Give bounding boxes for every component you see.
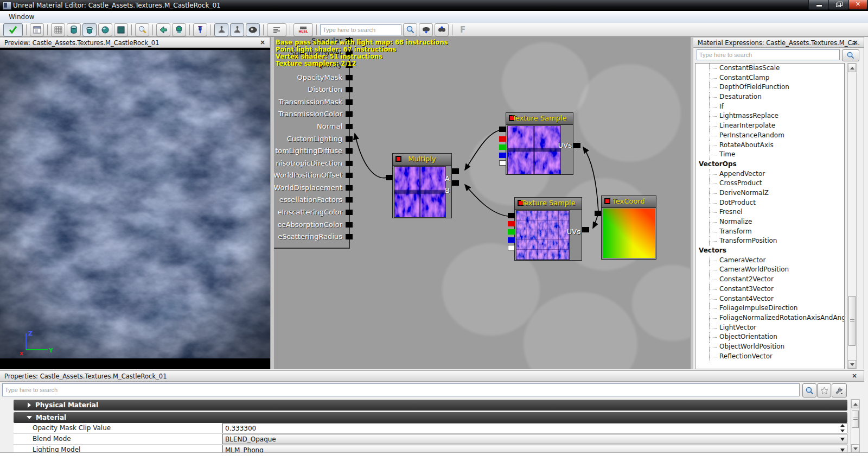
properties-scrollbar[interactable] xyxy=(851,399,860,452)
toolbar-search-input[interactable] xyxy=(320,24,401,35)
texcoord-output-pin[interactable] xyxy=(595,211,602,216)
node-texcoord[interactable]: TexCoord xyxy=(601,195,656,260)
toggle-grid-button[interactable] xyxy=(51,23,65,36)
properties-close-icon[interactable]: × xyxy=(851,372,858,380)
expressions-list[interactable]: ConstantBiasScaleConstantClampDepthOfFie… xyxy=(695,63,845,369)
texture-sample-1-g-pin[interactable] xyxy=(499,144,506,150)
properties-panel-header[interactable]: Properties: Castle_Assets.Textures.M_Cas… xyxy=(0,370,864,382)
texture-sample-1-r-pin[interactable] xyxy=(499,136,506,142)
teapot-primitive-button[interactable] xyxy=(82,23,97,36)
find-next-button[interactable] xyxy=(419,23,433,36)
expression-item[interactable]: PerInstanceRandom xyxy=(695,131,844,141)
properties-options-button[interactable] xyxy=(832,383,847,397)
node-texcoord-header[interactable]: TexCoord xyxy=(602,196,656,208)
find-previous-button[interactable] xyxy=(435,23,449,36)
expression-item[interactable]: CrossProduct xyxy=(695,179,844,188)
apply-button[interactable] xyxy=(3,23,23,36)
texture-sample-2-b-pin[interactable] xyxy=(508,237,515,243)
expression-item[interactable]: FoliageImpulseDirection xyxy=(695,304,844,313)
expression-item[interactable]: ConstantBiasScale xyxy=(695,64,844,73)
property-dropdown[interactable]: BLEND_Opaque xyxy=(222,434,847,444)
scroll-down-button[interactable] xyxy=(851,444,859,452)
texture-sample-1-b-pin[interactable] xyxy=(499,153,506,158)
expression-item[interactable]: CameraWorldPosition xyxy=(695,265,844,275)
property-dropdown[interactable]: MLM_Phong xyxy=(222,445,847,452)
multiply-output-pin[interactable] xyxy=(386,175,393,180)
preview-panel-header[interactable]: Preview: Castle_Assets.Textures.M_Castle… xyxy=(0,37,270,48)
node-multiply-header[interactable]: Multiply xyxy=(393,154,451,166)
expression-item[interactable]: Transform xyxy=(695,227,844,237)
search-go-button[interactable] xyxy=(403,23,417,36)
show-hidden-button[interactable] xyxy=(246,23,260,36)
expressions-close-icon[interactable]: × xyxy=(852,39,859,46)
expression-item[interactable]: ReflectionVector xyxy=(695,352,844,362)
value-spinner[interactable] xyxy=(839,424,846,432)
expression-category[interactable]: Vectors xyxy=(695,246,844,256)
preview-close-icon[interactable]: × xyxy=(259,39,266,46)
show-comments-button[interactable] xyxy=(267,23,286,36)
expression-item[interactable]: RotateAboutAxis xyxy=(695,141,844,150)
expressions-panel-header[interactable]: Material Expressions: Castle_Assets.Text… xyxy=(693,37,864,48)
expressions-search-button[interactable] xyxy=(842,49,859,61)
expression-item[interactable]: If xyxy=(695,102,844,112)
expression-item[interactable]: CameraVector xyxy=(695,256,844,266)
material-input-pin[interactable] xyxy=(346,222,353,228)
expression-item[interactable]: Time xyxy=(695,150,844,160)
property-section-header[interactable]: Material xyxy=(14,412,847,423)
scrollbar-thumb[interactable] xyxy=(852,411,859,428)
toggle-stats-button[interactable] xyxy=(172,23,186,36)
realtime-preview-button[interactable] xyxy=(135,23,149,36)
show-hlsl-button[interactable]: HLSL xyxy=(293,23,313,36)
expression-item[interactable]: ObjectWorldPosition xyxy=(695,342,844,352)
multiply-input-a-pin[interactable] xyxy=(452,168,459,174)
property-text-field[interactable]: 0.333300 xyxy=(222,423,847,433)
pin-button[interactable] xyxy=(193,23,207,36)
material-input-pin[interactable] xyxy=(346,87,353,92)
title-bar[interactable]: Unreal Material Editor: Castle_Assets.Te… xyxy=(0,0,868,11)
expression-item[interactable]: Constant3Vector xyxy=(695,285,844,294)
scrollbar-thumb[interactable] xyxy=(848,296,856,346)
scroll-up-button[interactable] xyxy=(851,400,859,408)
sync-generic-button[interactable] xyxy=(214,23,228,36)
menu-window[interactable]: Window xyxy=(5,12,37,21)
expression-item[interactable]: Desaturation xyxy=(695,92,844,102)
texture-sample-2-rgb-pin[interactable] xyxy=(508,213,515,218)
material-input-pin[interactable] xyxy=(346,136,353,142)
expression-category[interactable]: VectorOps xyxy=(695,160,844,169)
texture-sample-1-a-pin[interactable] xyxy=(499,160,506,166)
spinner-down-icon[interactable] xyxy=(840,430,845,432)
expression-item[interactable]: TransformPosition xyxy=(695,236,844,246)
property-section-header[interactable]: Physical Material xyxy=(14,400,847,411)
home-button[interactable] xyxy=(156,23,170,36)
material-input-pin[interactable] xyxy=(346,99,353,105)
material-input-pin[interactable] xyxy=(346,173,353,178)
close-button[interactable]: × xyxy=(848,0,867,10)
node-multiply[interactable]: Multiply A B xyxy=(392,153,452,218)
expression-item[interactable]: DotProduct xyxy=(695,198,844,208)
expressions-search-input[interactable] xyxy=(697,49,840,60)
material-input-pin[interactable] xyxy=(346,161,353,166)
material-input-pin[interactable] xyxy=(346,197,353,203)
scroll-down-button[interactable] xyxy=(848,360,856,369)
sync-selected-button[interactable] xyxy=(230,23,244,36)
material-input-pin[interactable] xyxy=(346,75,353,80)
expression-item[interactable]: DeriveNormalZ xyxy=(695,188,844,198)
expression-item[interactable]: Normalize xyxy=(695,217,844,227)
properties-search-input[interactable] xyxy=(2,383,800,396)
properties-favorites-button[interactable] xyxy=(817,383,831,397)
expression-item[interactable]: LightVector xyxy=(695,323,844,333)
minimize-button[interactable] xyxy=(808,0,829,10)
material-preview-viewport[interactable]: Z Y x xyxy=(0,48,270,369)
expression-item[interactable]: Constant2Vector xyxy=(695,275,844,285)
expression-item[interactable]: AppendVector xyxy=(695,169,844,179)
texture-sample-2-a-pin[interactable] xyxy=(508,245,515,250)
node-texture-sample-1-header[interactable]: Texture Sample xyxy=(506,113,573,125)
restore-button[interactable] xyxy=(828,0,849,10)
texture-sample-1-rgb-pin[interactable] xyxy=(499,127,506,132)
material-graph-canvas[interactable]: SpecularSpecularPowerOpacityOpacityMaskD… xyxy=(274,37,690,369)
material-input-pin[interactable] xyxy=(346,185,353,191)
font-button[interactable]: F xyxy=(460,25,465,35)
expression-item[interactable]: LightmassReplace xyxy=(695,111,844,121)
expression-item[interactable]: ConstantClamp xyxy=(695,73,844,83)
expression-item[interactable]: Constant4Vector xyxy=(695,294,844,304)
